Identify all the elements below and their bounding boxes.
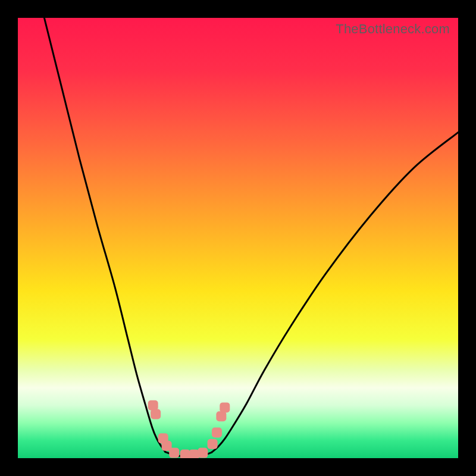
- watermark-text: TheBottleneck.com: [336, 21, 450, 37]
- curve-left-branch: [44, 18, 165, 452]
- data-marker: [189, 450, 199, 458]
- data-marker: [198, 448, 208, 458]
- chart-frame: TheBottleneck.com: [0, 0, 476, 476]
- data-marker: [216, 411, 226, 421]
- curve-right-branch: [212, 132, 458, 452]
- data-marker: [151, 409, 161, 419]
- data-marker: [212, 428, 222, 438]
- plot-area: TheBottleneck.com: [18, 18, 458, 458]
- data-marker: [148, 400, 158, 411]
- curve-layer: [18, 18, 458, 458]
- data-marker: [208, 439, 218, 449]
- data-marker: [180, 450, 190, 458]
- data-marker: [169, 448, 179, 458]
- data-marker: [220, 402, 230, 412]
